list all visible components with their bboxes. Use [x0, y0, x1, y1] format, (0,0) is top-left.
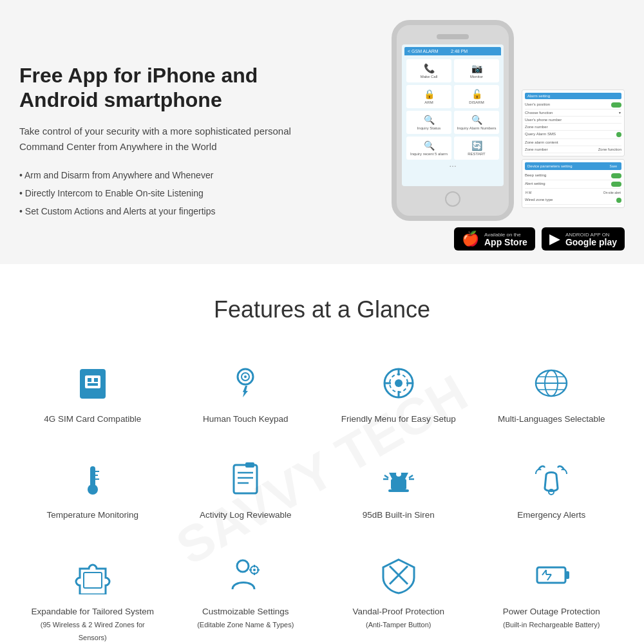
feature-expand-label: Expandable for Tailored System(95 Wirele… — [26, 605, 160, 645]
bullet-1: • Arm and Disarm from Anywhere and Whene… — [19, 166, 328, 184]
feature-log: Activity Log Reviewable — [173, 451, 319, 528]
apple-icon: 🍎 — [462, 231, 479, 247]
googleplay-badge[interactable]: ▶ ANDROID APP ON Google play — [542, 227, 625, 251]
phone-cell-status: 🔍 Inquiry Status — [406, 111, 451, 134]
phone-grid: 📞 Make Call 📷 Monitor 🔒 ARM 🔓 — [404, 57, 501, 162]
appstore-badge-text: Available on the App Store — [484, 232, 527, 247]
feature-power: Power Outage Protection(Built-in Recharg… — [478, 548, 625, 645]
phone-cell-disarm: 🔓 DISARM — [454, 85, 499, 108]
feature-vandal: Vandal-Proof Protection(Anti-Tamper Butt… — [325, 548, 472, 645]
feature-log-label: Activity Log Reviewable — [200, 509, 292, 522]
bullet-2: • Directly Intercom to Enable On-site Li… — [19, 184, 328, 202]
feature-lang: Multi-Languages Selectable — [478, 355, 625, 432]
phone-cell-arm: 🔒 ARM — [406, 85, 451, 108]
feature-touch: Human Touch Keypad — [173, 355, 319, 432]
alert-icon — [532, 458, 571, 500]
menu-icon — [379, 362, 418, 404]
vandal-icon — [379, 554, 418, 596]
sim-icon — [73, 362, 112, 404]
expand-icon — [73, 554, 112, 596]
lang-icon — [532, 362, 571, 404]
features-grid: 4G SIM Card Compatible Human Touch Keypa… — [19, 355, 625, 644]
feature-vandal-label: Vandal-Proof Protection(Anti-Tamper Butt… — [353, 605, 444, 632]
custom-icon — [226, 554, 265, 596]
svg-rect-3 — [94, 378, 98, 382]
svg-line-29 — [384, 475, 388, 478]
features-title: Features at a Glance — [19, 296, 625, 323]
svg-rect-18 — [91, 474, 94, 487]
feature-custom: Custmoizable Settings(Editable Zone Name… — [173, 548, 319, 645]
feature-siren: 95dB Built-in Siren — [325, 451, 472, 528]
page-title: Free App for iPhone and Android smartpho… — [19, 63, 328, 113]
svg-point-28 — [396, 471, 401, 477]
appstore-badge[interactable]: 🍎 Available on the App Store — [454, 227, 535, 251]
svg-rect-46 — [565, 571, 569, 579]
temp-icon — [73, 458, 112, 500]
screenshot-alarm-setting: Alarm setting User's position Choose fun… — [522, 90, 625, 156]
svg-rect-27 — [391, 479, 406, 489]
feature-temp: Temperature Monitoring — [19, 451, 166, 528]
phone-notch — [437, 34, 469, 39]
feature-alert: Emergency Alerts — [478, 451, 625, 528]
svg-rect-1 — [85, 375, 100, 388]
svg-rect-33 — [388, 489, 409, 492]
phone-home-button — [445, 191, 460, 207]
header-description: Take control of your security with a mor… — [19, 124, 328, 155]
phone-cell-monitor: 📷 Monitor — [454, 59, 499, 82]
phone-cell-call: 📞 Make Call — [406, 59, 451, 82]
phone-mockup: < GSM ALARM 2:48 PM 📞 Make Call 📷 Monito… — [392, 20, 514, 221]
svg-rect-22 — [234, 465, 257, 493]
feature-menu: Friendly Menu for Easy Setup — [325, 355, 472, 432]
googleplay-badge-text: ANDROID APP ON Google play — [565, 232, 617, 247]
power-icon — [532, 554, 571, 596]
phone-screen-header: < GSM ALARM 2:48 PM — [404, 47, 501, 55]
feature-touch-label: Human Touch Keypad — [203, 413, 289, 426]
phone-screen: < GSM ALARM 2:48 PM 📞 Make Call 📷 Monito… — [402, 44, 504, 186]
siren-icon — [379, 458, 418, 500]
svg-rect-26 — [245, 462, 254, 468]
screenshot-device-params: Device parameters setting Save Beep sett… — [522, 159, 625, 208]
feature-sim-label: 4G SIM Card Compatible — [44, 413, 141, 426]
feature-lang-label: Multi-Languages Selectable — [498, 413, 605, 426]
touch-icon — [226, 362, 265, 404]
svg-rect-35 — [84, 573, 102, 588]
bullet-3: • Set Custom Actions and Alerts at your … — [19, 202, 328, 220]
feature-alert-label: Emergency Alerts — [517, 509, 585, 522]
phone-cell-restart: 🔄 RESTART — [454, 137, 499, 160]
feature-menu-label: Friendly Menu for Easy Setup — [341, 413, 456, 426]
feature-custom-label: Custmoizable Settings(Editable Zone Name… — [197, 605, 294, 632]
svg-line-30 — [409, 475, 413, 478]
feature-siren-label: 95dB Built-in Siren — [363, 509, 435, 522]
svg-point-38 — [253, 569, 256, 571]
svg-rect-4 — [88, 383, 98, 386]
svg-point-7 — [244, 375, 247, 378]
log-icon — [226, 458, 265, 500]
phone-cell-recent-alarm: 🔍 Inquiry recent 5 alarm — [406, 137, 451, 160]
feature-power-label: Power Outage Protection(Built-in Recharg… — [503, 605, 600, 632]
phone-cell-alarm-numbers: 🔍 Inquiry Alarm Numbers — [454, 111, 499, 134]
google-play-icon: ▶ — [549, 231, 560, 247]
svg-point-9 — [395, 379, 402, 387]
svg-point-36 — [237, 560, 249, 572]
feature-bullets: • Arm and Disarm from Anywhere and Whene… — [19, 166, 328, 220]
feature-temp-label: Temperature Monitoring — [46, 509, 138, 522]
store-badges: 🍎 Available on the App Store ▶ ANDROID A… — [454, 227, 625, 263]
features-section: SAVVY TECH Features at a Glance 4G SIM C… — [0, 264, 644, 644]
svg-rect-2 — [88, 378, 91, 382]
svg-line-50 — [547, 574, 551, 580]
feature-expand: Expandable for Tailored System(95 Wirele… — [19, 548, 166, 645]
feature-sim: 4G SIM Card Compatible — [19, 355, 166, 432]
